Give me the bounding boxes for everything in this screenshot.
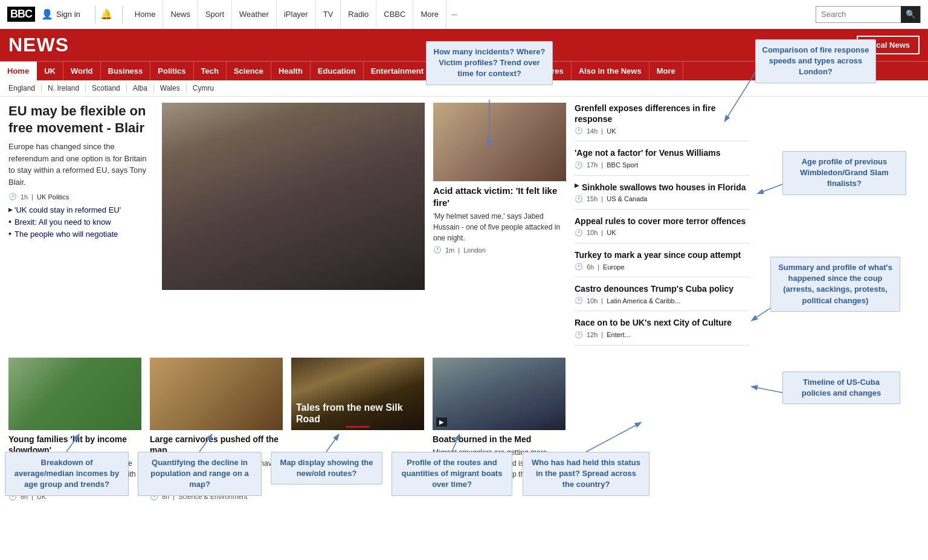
boats-category: Europe [461,482,482,489]
region-wales[interactable]: Wales [154,84,187,92]
search-area: 🔍 [816,6,921,23]
terror-headline: Appeal rules to cover more terror offenc… [575,216,750,227]
nav-sport[interactable]: Sport [198,0,232,29]
families-time: 8h [21,493,28,500]
clock-icon-r5: 🕐 [575,263,583,271]
news-nav-science[interactable]: Science [227,62,271,80]
nav-iplayer[interactable]: iPlayer [277,0,316,29]
news-nav-video[interactable]: Video & Audio [457,62,525,80]
pipe-2: | [458,246,460,254]
silkroad-image: Tales from the new Silk Road [291,358,424,430]
right-story-grenfell[interactable]: Grenfell exposes differences in fire res… [575,103,750,141]
castro-category: Latin America & Caribb... [607,297,680,304]
pipe-r1: | [601,127,603,135]
news-nav-business[interactable]: Business [101,62,151,80]
carnivores-headline[interactable]: Large carnivores pushed off the map [150,434,283,455]
boats-time: 9h [445,482,452,489]
pipe-r7: | [601,331,603,338]
local-news-button[interactable]: Local News [857,36,920,54]
castro-headline: Castro denounces Trump's Cuba policy [575,283,750,294]
castro-time: 10h [587,297,598,304]
clock-icon-r4: 🕐 [575,229,583,237]
nav-tv[interactable]: TV [316,0,341,29]
user-icon: 👤 [41,8,53,20]
acid-attack-headline[interactable]: Acid attack victim: 'It felt like fire' [433,185,566,208]
news-nav-politics[interactable]: Politics [150,62,193,80]
cityculture-category: Entert... [607,331,630,338]
grenfell-meta: 🕐 14h | UK [575,127,750,135]
pipe-r6: | [601,297,603,304]
right-story-terror[interactable]: Appeal rules to cover more terror offenc… [575,210,750,243]
sinkhole-headline-row: ▶ Sinkhole swallows two houses in Florid… [575,182,750,195]
sinkhole-category: US & Canada [607,195,647,202]
pipe-r3: | [601,195,603,202]
boats-headline[interactable]: Boats burned in the Med [433,434,566,445]
nav-cbbc[interactable]: CBBC [376,0,413,29]
region-cymru[interactable]: Cymru [187,84,220,92]
grenfell-time: 14h [587,127,598,135]
related-link-3[interactable]: The people who will negotiate [8,230,153,239]
play-icon-boats: ▶ [436,417,447,426]
region-scotland[interactable]: Scotland [86,84,127,92]
news-nav-more[interactable]: More [649,62,683,80]
nav-more[interactable]: More [413,0,446,29]
clock-icon-r3: 🕐 [575,195,583,203]
nav-news[interactable]: News [163,0,198,29]
families-image [8,358,141,430]
region-alba[interactable]: Alba [127,84,154,92]
grenfell-category: UK [607,127,616,135]
families-meta: 🕐 8h | UK [8,493,141,501]
boats-image: ▶ [433,358,566,430]
news-navigation: Home UK World Business Politics Tech Sci… [0,61,928,80]
sign-in-button[interactable]: 👤 Sign in [41,8,80,20]
main-story-headline[interactable]: EU may be flexible on free movement - Bl… [8,103,153,136]
related-link-1[interactable]: 'UK could stay in reformed EU' [8,205,153,214]
news-nav-entertainment[interactable]: Entertainment & Arts [364,62,457,80]
pipe-r5: | [598,263,599,271]
nav-weather[interactable]: Weather [232,0,277,29]
bell-icon[interactable]: 🔔 [100,8,112,20]
right-story-turkey[interactable]: Turkey to mark a year since coup attempt… [575,243,750,277]
news-nav-pictures[interactable]: Pictures [525,62,571,80]
sinkhole-time: 15h [587,195,598,202]
news-nav-health[interactable]: Health [271,62,311,80]
acid-attack-image [433,103,566,181]
bbc-logo[interactable]: BBC [7,7,35,22]
main-story-category: UK Politics [37,193,69,201]
right-story-venus[interactable]: 'Age not a factor' for Venus Williams 🕐 … [575,141,750,175]
region-england[interactable]: England [8,84,42,92]
news-nav-tech[interactable]: Tech [194,62,227,80]
news-nav-world[interactable]: World [63,62,101,80]
bottom-card-boats: ▶ Boats burned in the Med Migrant smuggl… [433,358,566,501]
sign-in-label: Sign in [56,10,80,19]
pipe-r4: | [601,229,603,236]
right-story-castro[interactable]: Castro denounces Trump's Cuba policy 🕐 1… [575,277,750,311]
pipe-b4: | [456,482,457,489]
news-nav-also[interactable]: Also in the News [572,62,649,80]
bottom-card-families: Young families 'hit by income slowdown' … [8,358,141,501]
right-story-cityculture[interactable]: Race on to be UK's next City of Culture … [575,311,750,345]
news-nav-home[interactable]: Home [0,62,37,80]
right-story-sinkhole[interactable]: ▶ Sinkhole swallows two houses in Florid… [575,176,750,210]
venus-time: 17h [587,161,598,169]
families-description: The Resolution Foundation says those age… [8,458,141,491]
nav-home[interactable]: Home [127,0,164,29]
sinkhole-headline: Sinkhole swallows two houses in Florida [582,182,746,193]
region-nireland[interactable]: N. Ireland [42,84,86,92]
turkey-category: Europe [603,263,624,271]
castro-meta: 🕐 10h | Latin America & Caribb... [575,297,750,304]
related-link-2[interactable]: Brexit: All you need to know [8,217,153,227]
families-headline[interactable]: Young families 'hit by income slowdown' [8,434,141,455]
news-nav-uk[interactable]: UK [37,62,63,80]
search-input[interactable] [816,10,901,19]
red-bar [346,426,370,428]
cityculture-headline: Race on to be UK's next City of Culture [575,317,750,328]
play-triangle-icon: ▶ [575,182,579,188]
terror-category: UK [607,229,616,236]
search-button[interactable]: 🔍 [901,6,920,23]
news-nav-education[interactable]: Education [311,62,364,80]
nav-radio[interactable]: Radio [341,0,376,29]
turkey-headline: Turkey to mark a year since coup attempt [575,249,750,260]
acid-attack-meta: 🕐 1m | London [433,246,566,254]
terror-meta: 🕐 10h | UK [575,229,750,237]
